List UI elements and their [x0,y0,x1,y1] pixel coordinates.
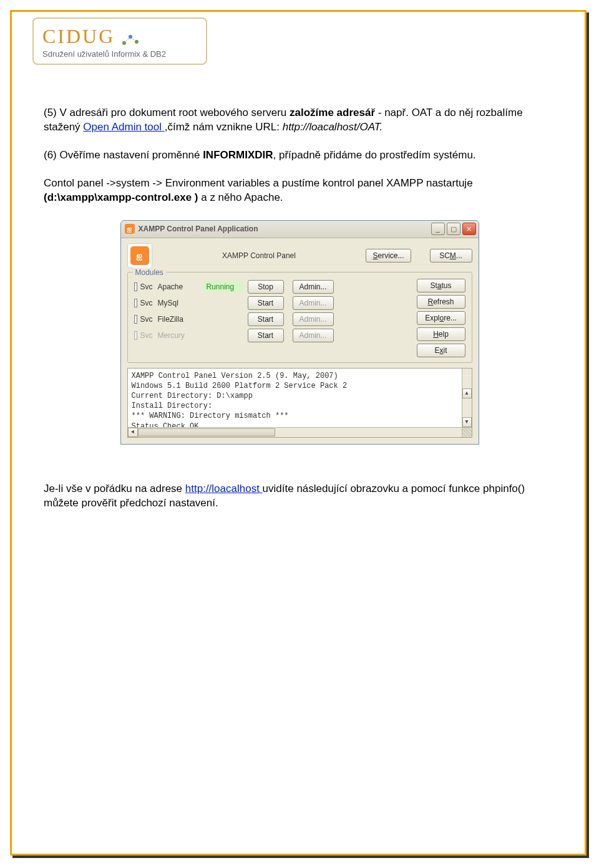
text: Je-li vše v pořádku na adrese [44,483,185,494]
module-row-mysql: SvcMySqlStartAdmin... [134,295,412,311]
text: a z něho Apache. [198,191,283,203]
module-name: Apache [158,282,199,292]
module-name: MySql [158,298,199,308]
logo-box: CIDUG Sdružení uživatelů Informix & DB2 [32,17,207,65]
service-button[interactable]: Service... [366,249,411,263]
localhost-link[interactable]: http://loacalhost [185,483,263,494]
text: , případně přidáme do prostředím systému… [273,149,476,161]
open-admin-tool-link[interactable]: Open Admin tool [83,121,164,133]
horizontal-scrollbar[interactable]: ◄ ► [128,427,472,437]
logo-title: CIDUG [42,25,115,47]
modules-legend: Modules [133,268,166,277]
module-name: Mercury [158,330,199,340]
admin-button: Admin... [293,312,334,326]
text-bold: (d:\xampp\xampp-control.exe ) [44,191,198,203]
svc-checkbox[interactable]: Svc [134,282,153,292]
paragraph-result: Je-li vše v pořádku na adrese http://loa… [44,482,555,511]
svc-checkbox[interactable]: Svc [134,298,153,308]
scroll-up-icon[interactable]: ▲ [462,388,472,398]
module-row-mercury: SvcMercuryStartAdmin... [134,327,412,344]
start-button[interactable]: Start [248,329,284,342]
text: (5) V adresáři pro dokument root webovéh… [44,107,290,118]
module-status [204,335,243,336]
text: Contol panel ->system -> Environment var… [44,177,473,189]
xampp-window: ஐ XAMPP Control Panel Application _ ▢ ✕ … [120,220,479,445]
module-row-apache: SvcApacheRunningStopAdmin... [134,279,412,295]
help-button[interactable]: Help [417,327,465,341]
logo-subtitle: Sdružení uživatelů Informix & DB2 [42,49,197,59]
minimize-button[interactable]: _ [431,223,445,235]
logo-dots-icon [122,33,139,48]
module-status [204,319,243,320]
window-title: XAMPP Control Panel Application [139,224,431,234]
resize-grip-icon[interactable] [462,428,472,437]
module-name: FileZilla [158,314,199,324]
status-button[interactable]: Status [417,279,465,292]
start-button[interactable]: Start [248,312,284,326]
text: ,čímž nám vznikne URL: [165,121,283,133]
xampp-logo-icon: ஐ [127,243,152,268]
explore-button[interactable]: Explore... [417,311,465,325]
text-bold: založíme adresář [290,107,375,118]
scroll-left-icon[interactable]: ◄ [128,428,138,437]
vertical-scrollbar[interactable]: ▲ ▼ [462,369,472,427]
exit-button[interactable]: Exit [417,344,465,357]
svc-checkbox: Svc [134,330,153,340]
scm-button[interactable]: SCM... [430,249,472,263]
modules-groupbox: Modules SvcApacheRunningStopAdmin...SvcM… [127,272,472,363]
module-status [204,302,243,304]
refresh-button[interactable]: Refresh [417,295,465,309]
admin-button: Admin... [293,296,334,310]
module-status: Running [204,281,243,292]
xampp-titlebar-icon: ஐ [125,224,135,234]
module-row-filezilla: SvcFileZillaStartAdmin... [134,311,412,327]
svg-point-2 [135,40,139,44]
admin-button: Admin... [293,329,334,342]
text-italic: http://loacalhost/OAT. [283,121,383,133]
titlebar[interactable]: ஐ XAMPP Control Panel Application _ ▢ ✕ [121,221,479,238]
stop-button[interactable]: Stop [248,280,284,294]
text: (6) Ověříme nastavení proměnné [44,149,203,161]
text-bold: INFORMIXDIR [203,149,273,161]
header-label: XAMPP Control Panel [158,251,360,261]
svc-checkbox[interactable]: Svc [134,314,153,324]
document-content: (5) V adresáři pro dokument root webovéh… [44,106,555,524]
paragraph-6: (6) Ověříme nastavení proměnné INFORMIXD… [44,148,555,163]
log-textarea[interactable]: XAMPP Control Panel Version 2.5 (9. May,… [127,368,472,438]
scroll-down-icon[interactable]: ▼ [462,417,472,427]
paragraph-5: (5) V adresáři pro dokument root webovéh… [44,106,555,135]
admin-button[interactable]: Admin... [293,280,334,294]
maximize-button[interactable]: ▢ [447,223,460,235]
close-button[interactable]: ✕ [462,223,476,235]
start-button[interactable]: Start [248,296,284,310]
scrollbar-thumb[interactable] [138,428,275,436]
paragraph-control-panel: Contol panel ->system -> Environment var… [44,176,555,205]
